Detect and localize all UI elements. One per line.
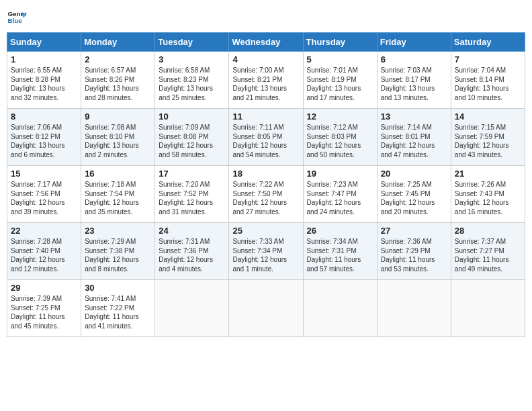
cell-content: Sunrise: 7:31 AMSunset: 7:36 PMDaylight:… [159, 237, 225, 273]
day-number: 2 [85, 54, 151, 64]
day-number: 12 [307, 111, 373, 122]
day-number: 10 [159, 111, 225, 122]
calendar-week-2: 8Sunrise: 7:06 AMSunset: 8:12 PMDaylight… [7, 109, 525, 166]
calendar-cell: 8Sunrise: 7:06 AMSunset: 8:12 PMDaylight… [7, 109, 81, 166]
cell-content: Sunrise: 7:04 AMSunset: 8:14 PMDaylight:… [455, 66, 521, 102]
day-number: 21 [455, 169, 521, 179]
calendar-week-3: 15Sunrise: 7:17 AMSunset: 7:56 PMDayligh… [7, 166, 525, 223]
calendar-cell: 19Sunrise: 7:23 AMSunset: 7:47 PMDayligh… [303, 166, 377, 223]
day-number: 30 [85, 283, 151, 293]
cell-content: Sunrise: 7:26 AMSunset: 7:43 PMDaylight:… [455, 180, 521, 216]
cell-content: Sunrise: 7:17 AMSunset: 7:56 PMDaylight:… [11, 180, 77, 216]
weekday-header-saturday: Saturday [451, 33, 525, 52]
day-number: 4 [232, 54, 299, 64]
calendar-cell: 30Sunrise: 7:41 AMSunset: 7:22 PMDayligh… [81, 280, 155, 337]
cell-content: Sunrise: 7:03 AMSunset: 8:17 PMDaylight:… [381, 66, 447, 102]
weekday-header-sunday: Sunday [7, 33, 81, 52]
calendar-cell [303, 280, 377, 337]
day-number: 14 [455, 111, 521, 122]
calendar-cell [377, 280, 451, 337]
calendar-cell: 7Sunrise: 7:04 AMSunset: 8:14 PMDaylight… [451, 52, 525, 109]
day-number: 26 [307, 226, 373, 236]
calendar-cell: 21Sunrise: 7:26 AMSunset: 7:43 PMDayligh… [451, 166, 525, 223]
calendar-cell: 14Sunrise: 7:15 AMSunset: 7:59 PMDayligh… [451, 109, 525, 166]
calendar-cell: 26Sunrise: 7:34 AMSunset: 7:31 PMDayligh… [303, 223, 377, 280]
calendar-cell: 29Sunrise: 7:39 AMSunset: 7:25 PMDayligh… [7, 280, 81, 337]
weekday-header-thursday: Thursday [303, 33, 377, 52]
day-number: 24 [159, 226, 225, 236]
day-number: 6 [381, 54, 447, 64]
calendar-cell: 15Sunrise: 7:17 AMSunset: 7:56 PMDayligh… [7, 166, 81, 223]
day-number: 27 [381, 226, 447, 236]
calendar-cell: 1Sunrise: 6:55 AMSunset: 8:28 PMDaylight… [7, 52, 81, 109]
day-number: 23 [85, 226, 151, 236]
cell-content: Sunrise: 6:55 AMSunset: 8:28 PMDaylight:… [11, 66, 77, 102]
weekday-header-monday: Monday [81, 33, 155, 52]
day-number: 1 [11, 54, 77, 64]
cell-content: Sunrise: 7:22 AMSunset: 7:50 PMDaylight:… [232, 180, 299, 216]
day-number: 22 [11, 226, 77, 236]
day-number: 25 [232, 226, 299, 236]
calendar-cell: 18Sunrise: 7:22 AMSunset: 7:50 PMDayligh… [229, 166, 303, 223]
calendar-cell: 3Sunrise: 6:58 AMSunset: 8:23 PMDaylight… [155, 52, 229, 109]
calendar-cell: 10Sunrise: 7:09 AMSunset: 8:08 PMDayligh… [155, 109, 229, 166]
day-number: 9 [85, 111, 151, 122]
calendar-table: SundayMondayTuesdayWednesdayThursdayFrid… [7, 32, 525, 337]
calendar-cell: 23Sunrise: 7:29 AMSunset: 7:38 PMDayligh… [81, 223, 155, 280]
day-number: 29 [11, 283, 77, 293]
calendar-header-row: SundayMondayTuesdayWednesdayThursdayFrid… [7, 33, 525, 52]
day-number: 8 [11, 111, 77, 122]
calendar-week-1: 1Sunrise: 6:55 AMSunset: 8:28 PMDaylight… [7, 52, 525, 109]
calendar-cell: 5Sunrise: 7:01 AMSunset: 8:19 PMDaylight… [303, 52, 377, 109]
cell-content: Sunrise: 7:08 AMSunset: 8:10 PMDaylight:… [85, 123, 151, 159]
cell-content: Sunrise: 7:34 AMSunset: 7:31 PMDaylight:… [307, 237, 373, 273]
cell-content: Sunrise: 7:36 AMSunset: 7:29 PMDaylight:… [381, 237, 447, 273]
calendar-cell: 24Sunrise: 7:31 AMSunset: 7:36 PMDayligh… [155, 223, 229, 280]
cell-content: Sunrise: 7:25 AMSunset: 7:45 PMDaylight:… [381, 180, 447, 216]
calendar-cell: 17Sunrise: 7:20 AMSunset: 7:52 PMDayligh… [155, 166, 229, 223]
weekday-header-friday: Friday [377, 33, 451, 52]
calendar-cell: 9Sunrise: 7:08 AMSunset: 8:10 PMDaylight… [81, 109, 155, 166]
day-number: 28 [455, 226, 521, 236]
cell-content: Sunrise: 7:39 AMSunset: 7:25 PMDaylight:… [11, 294, 77, 330]
calendar-cell: 6Sunrise: 7:03 AMSunset: 8:17 PMDaylight… [377, 52, 451, 109]
day-number: 15 [11, 169, 77, 179]
day-number: 3 [159, 54, 225, 64]
calendar-cell: 28Sunrise: 7:37 AMSunset: 7:27 PMDayligh… [451, 223, 525, 280]
cell-content: Sunrise: 7:18 AMSunset: 7:54 PMDaylight:… [85, 180, 151, 216]
logo: General Blue [7, 7, 31, 27]
calendar-cell: 22Sunrise: 7:28 AMSunset: 7:40 PMDayligh… [7, 223, 81, 280]
calendar-week-4: 22Sunrise: 7:28 AMSunset: 7:40 PMDayligh… [7, 223, 525, 280]
calendar-cell: 20Sunrise: 7:25 AMSunset: 7:45 PMDayligh… [377, 166, 451, 223]
calendar-cell: 13Sunrise: 7:14 AMSunset: 8:01 PMDayligh… [377, 109, 451, 166]
cell-content: Sunrise: 7:23 AMSunset: 7:47 PMDaylight:… [307, 180, 373, 216]
calendar-cell [229, 280, 303, 337]
cell-content: Sunrise: 7:14 AMSunset: 8:01 PMDaylight:… [381, 123, 447, 159]
weekday-header-wednesday: Wednesday [229, 33, 303, 52]
page-header: General Blue [7, 7, 525, 27]
cell-content: Sunrise: 7:00 AMSunset: 8:21 PMDaylight:… [232, 66, 299, 102]
day-number: 16 [85, 169, 151, 179]
cell-content: Sunrise: 7:20 AMSunset: 7:52 PMDaylight:… [159, 180, 225, 216]
day-number: 18 [232, 169, 299, 179]
cell-content: Sunrise: 7:01 AMSunset: 8:19 PMDaylight:… [307, 66, 373, 102]
svg-text:Blue: Blue [8, 17, 23, 24]
calendar-cell [451, 280, 525, 337]
cell-content: Sunrise: 7:06 AMSunset: 8:12 PMDaylight:… [11, 123, 77, 159]
cell-content: Sunrise: 7:29 AMSunset: 7:38 PMDaylight:… [85, 237, 151, 273]
cell-content: Sunrise: 6:57 AMSunset: 8:26 PMDaylight:… [85, 66, 151, 102]
cell-content: Sunrise: 7:33 AMSunset: 7:34 PMDaylight:… [232, 237, 299, 273]
day-number: 17 [159, 169, 225, 179]
calendar-cell [155, 280, 229, 337]
weekday-header-tuesday: Tuesday [155, 33, 229, 52]
calendar-cell: 27Sunrise: 7:36 AMSunset: 7:29 PMDayligh… [377, 223, 451, 280]
calendar-cell: 12Sunrise: 7:12 AMSunset: 8:03 PMDayligh… [303, 109, 377, 166]
logo-icon: General Blue [7, 7, 27, 27]
cell-content: Sunrise: 7:09 AMSunset: 8:08 PMDaylight:… [159, 123, 225, 159]
calendar-cell: 11Sunrise: 7:11 AMSunset: 8:05 PMDayligh… [229, 109, 303, 166]
day-number: 7 [455, 54, 521, 64]
calendar-cell: 2Sunrise: 6:57 AMSunset: 8:26 PMDaylight… [81, 52, 155, 109]
day-number: 5 [307, 54, 373, 64]
cell-content: Sunrise: 7:37 AMSunset: 7:27 PMDaylight:… [455, 237, 521, 273]
cell-content: Sunrise: 7:11 AMSunset: 8:05 PMDaylight:… [232, 123, 299, 159]
